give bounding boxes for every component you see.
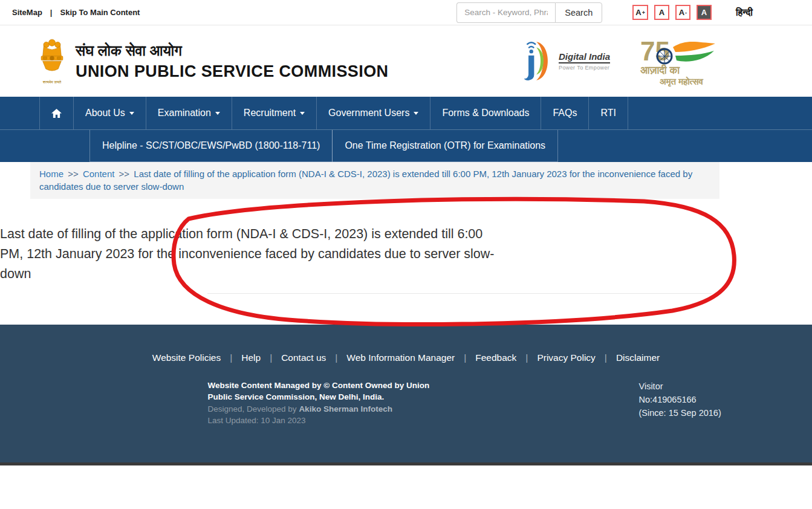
nav-about-us-label: About Us [85, 108, 125, 118]
main-content: Last date of filling of the application … [0, 199, 812, 325]
nav-faqs[interactable]: FAQs [541, 97, 588, 129]
nav-faqs-label: FAQs [553, 108, 577, 118]
breadcrumb-home-link[interactable]: Home [39, 169, 63, 179]
font-decrease-label: A [679, 8, 684, 17]
font-decrease-sup: - [685, 10, 687, 16]
font-increase-label: A [635, 8, 641, 17]
nav-home[interactable] [39, 97, 73, 129]
org-name-english: UNION PUBLIC SERVICE COMMISSION [76, 62, 388, 80]
designed-by-company: Akiko Sherman Infotech [299, 404, 392, 413]
emblem-motto: सत्यमेव जयते [43, 80, 61, 85]
search-box: Search [456, 2, 602, 23]
nav-recruitment[interactable]: Recruitment [232, 97, 316, 129]
designed-by-prefix: Designed, Developed by [208, 404, 297, 413]
nav-government-users-label: Government Users [328, 108, 409, 118]
designed-by-line: Designed, Developed by Akiko Sherman Inf… [208, 403, 452, 415]
chevron-down-icon [129, 112, 134, 115]
breadcrumb-separator: >> [66, 169, 80, 179]
masthead: सत्यमेव जयते संघ लोक सेवा आयोग UNION PUB… [0, 25, 812, 97]
footer-link-feedback[interactable]: Feedback [466, 352, 525, 363]
search-input[interactable] [456, 2, 555, 23]
org-name-hindi: संघ लोक सेवा आयोग [76, 42, 388, 59]
breadcrumb-separator: >> [117, 169, 132, 179]
topbar-separator: | [50, 8, 53, 17]
breadcrumb-content-link[interactable]: Content [83, 169, 115, 179]
nav-rti-label: RTI [600, 108, 615, 118]
footer-link-privacy-policy[interactable]: Privacy Policy [528, 352, 604, 363]
search-button[interactable]: Search [555, 2, 602, 23]
top-utility-bar: SiteMap | Skip To Main Content Search A+… [0, 0, 812, 25]
chevron-down-icon [300, 112, 305, 115]
digital-india-title: Digital India [559, 51, 610, 63]
heading-divider [207, 293, 712, 294]
visitor-number: No:419065166 [639, 393, 760, 406]
font-increase-button[interactable]: A+ [632, 5, 648, 20]
font-decrease-button[interactable]: A- [675, 5, 690, 20]
nav-recruitment-label: Recruitment [244, 108, 296, 118]
nav-otr-registration[interactable]: One Time Registration (OTR) for Examinat… [332, 130, 558, 162]
site-footer: Website Policies | Help | Contact us | W… [0, 325, 812, 462]
footer-link-web-information-manager[interactable]: Web Information Manager [337, 352, 464, 363]
footer-link-website-policies[interactable]: Website Policies [143, 352, 230, 363]
nav-examination-label: Examination [158, 108, 211, 118]
page-title: Last date of filling of the application … [0, 224, 501, 284]
chevron-down-icon [215, 112, 220, 115]
digital-india-icon [521, 38, 554, 84]
amrit-mahotsav-line2: अमृत महोत्सव [660, 76, 716, 86]
font-increase-sup: + [642, 10, 645, 16]
breadcrumb-current-page: Last date of filling of the application … [39, 169, 692, 192]
amrit-mahotsav-icon: 75 [639, 36, 716, 68]
breadcrumb: Home >> Content >> Last date of filling … [30, 162, 719, 199]
footer-credits: Website Content Managed by © Content Own… [208, 380, 452, 426]
bottom-strip [0, 462, 812, 465]
footer-link-disclaimer[interactable]: Disclaimer [607, 352, 669, 363]
topbar-tools: Search A+ A A- A हिन्दी [456, 2, 753, 23]
last-updated-text: Last Updated: 10 Jan 2023 [208, 415, 452, 426]
topbar-links: SiteMap | Skip To Main Content [12, 8, 140, 17]
amrit-mahotsav-line1: आज़ादी का [640, 65, 716, 76]
amrit-mahotsav-logo: 75 आज़ादी का अमृत महोत्सव [639, 36, 716, 86]
font-size-controls: A+ A A- A [632, 5, 712, 20]
footer-links: Website Policies | Help | Contact us | W… [0, 352, 812, 363]
india-emblem: सत्यमेव जयते [36, 38, 68, 85]
nav-examination[interactable]: Examination [146, 97, 232, 129]
ashoka-emblem-icon [38, 38, 66, 79]
nav-about-us[interactable]: About Us [73, 97, 146, 129]
visitor-label: Visitor [639, 380, 760, 393]
footer-link-contact-us[interactable]: Contact us [272, 352, 335, 363]
partner-logos: Digital India Power To Empower 75 [521, 36, 716, 86]
high-contrast-button[interactable]: A [697, 5, 712, 20]
home-icon [51, 109, 62, 118]
secondary-navigation: Helpline - SC/ST/OBC/EWS/PwBD (1800-118-… [0, 129, 812, 162]
visitor-since: (Since: 15 Sep 2016) [639, 406, 760, 420]
chevron-down-icon [414, 112, 418, 115]
sitemap-link[interactable]: SiteMap [12, 8, 42, 17]
visitor-counter: Visitor No:419065166 (Since: 15 Sep 2016… [639, 380, 760, 426]
nav-helpline[interactable]: Helpline - SC/ST/OBC/EWS/PwBD (1800-118-… [89, 130, 333, 162]
skip-to-main-link[interactable]: Skip To Main Content [60, 8, 140, 17]
digital-india-tagline: Power To Empower [559, 65, 610, 71]
nav-forms-downloads[interactable]: Forms & Downloads [430, 97, 541, 129]
footer-columns: Website Content Managed by © Content Own… [53, 380, 760, 426]
footer-link-help[interactable]: Help [232, 352, 270, 363]
content-managed-text: Website Content Managed by © Content Own… [208, 380, 452, 403]
hindi-language-link[interactable]: हिन्दी [736, 7, 753, 18]
nav-rti[interactable]: RTI [588, 97, 628, 129]
upsc-brand: सत्यमेव जयते संघ लोक सेवा आयोग UNION PUB… [36, 38, 388, 85]
brand-text: संघ लोक सेवा आयोग UNION PUBLIC SERVICE C… [76, 42, 388, 80]
font-normal-button[interactable]: A [654, 5, 669, 20]
digital-india-logo: Digital India Power To Empower [521, 38, 610, 84]
digital-india-text: Digital India Power To Empower [559, 51, 610, 71]
nav-forms-downloads-label: Forms & Downloads [442, 108, 529, 118]
amrit-75-number: 75 [640, 36, 670, 66]
main-navigation: About Us Examination Recruitment Governm… [0, 97, 812, 129]
nav-government-users[interactable]: Government Users [316, 97, 430, 129]
